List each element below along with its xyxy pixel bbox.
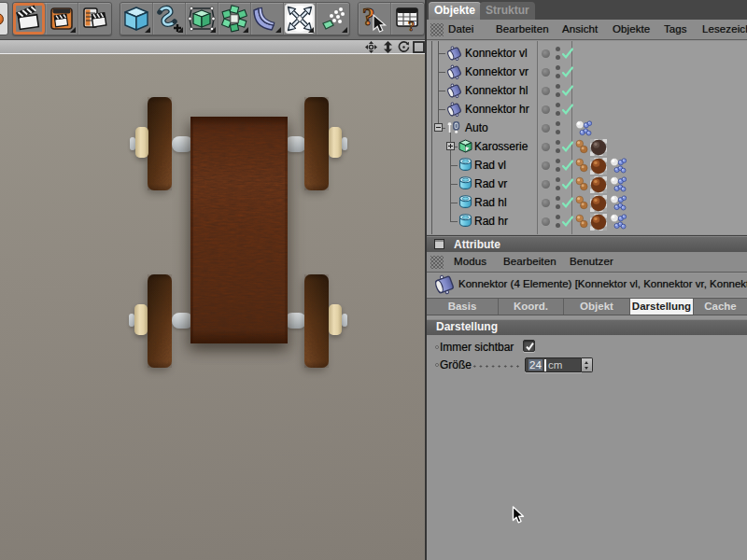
editor-visibility-dot[interactable] bbox=[556, 65, 560, 70]
render-picture-viewer-button[interactable] bbox=[46, 3, 78, 35]
tab-struktur[interactable]: Struktur bbox=[480, 2, 535, 20]
section-header-darstellung[interactable]: Darstellung bbox=[427, 319, 747, 335]
tree-row-rad-vl[interactable]: Rad vl bbox=[427, 156, 747, 175]
tree-row-auto[interactable]: Auto bbox=[427, 119, 747, 137]
command-browser-button[interactable]: ? bbox=[391, 3, 424, 35]
null-object-icon[interactable] bbox=[446, 120, 461, 138]
tree-row-label[interactable]: Konnektor hr bbox=[465, 103, 529, 116]
dynamics-tag-icon[interactable] bbox=[575, 176, 589, 195]
enabled-check-icon[interactable] bbox=[561, 140, 574, 157]
layer-dot-icon[interactable] bbox=[542, 49, 550, 58]
tree-row-rad-hl[interactable]: Rad hl bbox=[427, 193, 747, 212]
menu-objekte[interactable]: Objekte bbox=[613, 23, 650, 35]
layer-dot-icon[interactable] bbox=[542, 161, 550, 170]
tree-row-konnektor-hr[interactable]: Konnektor hr bbox=[427, 100, 747, 119]
tree-row-label[interactable]: Auto bbox=[465, 121, 488, 134]
expand-arrows-button[interactable] bbox=[284, 3, 317, 35]
tree-row-label[interactable]: Rad hl bbox=[474, 196, 507, 209]
editor-visibility-dot[interactable] bbox=[556, 103, 560, 107]
dynamics-tag-icon[interactable] bbox=[575, 158, 589, 176]
menu-tags[interactable]: Tags bbox=[664, 23, 687, 35]
menu-datei[interactable]: Datei bbox=[448, 23, 473, 35]
tab-objekte[interactable]: Objekte bbox=[429, 2, 481, 20]
menu-bearbeiten[interactable]: Bearbeiten bbox=[496, 23, 549, 35]
expand-box[interactable] bbox=[446, 142, 455, 150]
enabled-check-icon[interactable] bbox=[561, 65, 574, 82]
render-visibility-dot[interactable] bbox=[556, 111, 560, 116]
tree-row-label[interactable]: Konnektor hl bbox=[465, 84, 528, 97]
grip-icon[interactable] bbox=[430, 256, 444, 269]
cylinder-icon[interactable] bbox=[458, 176, 472, 193]
grip-icon[interactable] bbox=[430, 23, 444, 36]
render-visibility-dot[interactable] bbox=[556, 130, 560, 134]
menu-benutzer[interactable]: Benutzer bbox=[570, 256, 613, 267]
tree-row-rad-hr[interactable]: Rad hr bbox=[427, 212, 747, 231]
cylinder-icon[interactable] bbox=[458, 158, 472, 175]
dynamics-tag-icon[interactable] bbox=[575, 195, 589, 214]
layer-dot-icon[interactable] bbox=[542, 199, 550, 207]
cylinder-icon[interactable] bbox=[458, 195, 472, 212]
zoom-icon[interactable] bbox=[382, 41, 394, 53]
groesse-input[interactable]: 24 cm bbox=[525, 357, 582, 372]
connector-tag-icon[interactable] bbox=[610, 214, 627, 233]
layer-dot-icon[interactable] bbox=[542, 124, 550, 133]
viewport-3d[interactable] bbox=[0, 54, 425, 560]
array-button[interactable] bbox=[218, 3, 251, 35]
menu-ansicht[interactable]: Ansicht bbox=[562, 23, 598, 35]
render-visibility-dot[interactable] bbox=[556, 167, 560, 172]
partial-left-icon[interactable] bbox=[0, 2, 8, 35]
add-cube-button[interactable] bbox=[120, 3, 153, 35]
tree-row-konnektor-vl[interactable]: Konnektor vl bbox=[427, 44, 747, 63]
editor-visibility-dot[interactable] bbox=[556, 47, 560, 51]
layer-dot-icon[interactable] bbox=[542, 217, 550, 226]
render-visibility-dot[interactable] bbox=[556, 74, 560, 78]
immer-sichtbar-checkbox[interactable] bbox=[523, 340, 535, 352]
render-visibility-dot[interactable] bbox=[556, 204, 560, 209]
editor-visibility-dot[interactable] bbox=[556, 215, 560, 219]
tab-darstellung[interactable]: Darstellung bbox=[630, 299, 694, 315]
tree-row-label[interactable]: Rad vl bbox=[474, 159, 506, 172]
editor-visibility-dot[interactable] bbox=[556, 121, 560, 126]
menu-lesezeichen[interactable]: Lesezeichen bbox=[702, 23, 747, 35]
enabled-check-icon[interactable] bbox=[561, 215, 574, 231]
layer-dot-icon[interactable] bbox=[542, 143, 550, 151]
enabled-check-icon[interactable] bbox=[561, 103, 574, 119]
attribute-manager-titlebar[interactable]: Attribute bbox=[427, 235, 747, 252]
layer-dot-icon[interactable] bbox=[542, 105, 550, 114]
editor-visibility-dot[interactable] bbox=[556, 159, 560, 163]
layer-dot-icon[interactable] bbox=[542, 87, 550, 95]
polygon-cube-icon[interactable] bbox=[458, 139, 472, 157]
tree-row-konnektor-hl[interactable]: Konnektor hl bbox=[427, 81, 747, 100]
maximize-icon[interactable] bbox=[413, 41, 425, 53]
tree-row-karosserie[interactable]: Karosserie bbox=[427, 137, 747, 156]
param-dot-icon[interactable] bbox=[435, 345, 439, 349]
tab-basis[interactable]: Basis bbox=[427, 299, 499, 315]
render-view-button[interactable] bbox=[13, 3, 46, 35]
tree-row-label[interactable]: Konnektor vr bbox=[465, 65, 529, 78]
editor-visibility-dot[interactable] bbox=[556, 140, 560, 145]
dynamics-tag-icon[interactable] bbox=[575, 214, 589, 232]
layer-dot-icon[interactable] bbox=[542, 68, 550, 77]
enabled-check-icon[interactable] bbox=[561, 47, 574, 63]
material-tag-brown-icon[interactable] bbox=[590, 214, 607, 234]
enabled-check-icon[interactable] bbox=[561, 84, 574, 101]
pan-icon[interactable] bbox=[365, 41, 377, 53]
collapse-box[interactable] bbox=[434, 123, 443, 132]
editor-visibility-dot[interactable] bbox=[556, 177, 560, 182]
tab-cache[interactable]: Cache bbox=[694, 299, 747, 315]
tab-koord[interactable]: Koord. bbox=[499, 299, 564, 315]
render-visibility-dot[interactable] bbox=[556, 223, 560, 228]
render-visibility-dot[interactable] bbox=[556, 55, 560, 60]
render-settings-button[interactable] bbox=[78, 3, 111, 35]
tab-objekt[interactable]: Objekt bbox=[564, 299, 630, 315]
enabled-check-icon[interactable] bbox=[561, 177, 574, 194]
bend-deformer-button[interactable] bbox=[251, 3, 284, 35]
tree-row-label[interactable]: Karosserie bbox=[474, 140, 528, 153]
param-dot-icon[interactable] bbox=[435, 363, 439, 367]
render-visibility-dot[interactable] bbox=[556, 92, 560, 97]
enabled-check-icon[interactable] bbox=[561, 196, 574, 213]
dynamics-tag-icon[interactable] bbox=[575, 139, 589, 158]
render-visibility-dot[interactable] bbox=[556, 186, 560, 190]
menu-modus[interactable]: Modus bbox=[454, 256, 486, 267]
enabled-check-icon[interactable] bbox=[561, 159, 574, 175]
